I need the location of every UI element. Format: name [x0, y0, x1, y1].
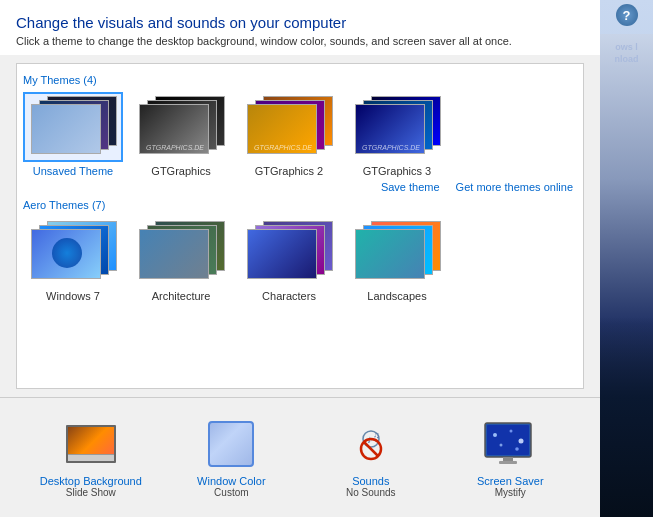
svg-point-10	[500, 444, 503, 447]
bottom-item-screen-saver[interactable]: Screen Saver Mystify	[460, 417, 560, 498]
theme-name-aero2: Architecture	[152, 290, 211, 302]
svg-point-8	[510, 430, 513, 433]
theme-name-aero3: Characters	[262, 290, 316, 302]
main-panel: Change the visuals and sounds on your co…	[0, 0, 600, 517]
window-label-top: ows l	[600, 42, 653, 52]
save-theme-link[interactable]: Save theme	[381, 181, 440, 193]
desktop-bg-icon	[64, 417, 118, 471]
theme-gtg3[interactable]: GTGRAPHICS.DE GTGraphics 3	[347, 92, 447, 177]
sounds-svg: ♪ ♫	[348, 421, 394, 467]
aero-themes-row: Windows 7 Architecture	[23, 217, 577, 302]
theme-thumb-gtg3[interactable]: GTGRAPHICS.DE	[347, 92, 447, 162]
brand-gtg1: GTGRAPHICS.DE	[146, 144, 204, 151]
theme-aero3[interactable]: Characters	[239, 217, 339, 302]
theme-thumb-aero4[interactable]	[347, 217, 447, 287]
theme-name-unsaved: Unsaved Theme	[33, 165, 114, 177]
theme-gtg2[interactable]: GTGRAPHICS.DE GTGraphics 2	[239, 92, 339, 177]
window-color-icon	[204, 417, 258, 471]
brand-gtg3: GTGRAPHICS.DE	[362, 144, 420, 151]
my-themes-row: Unsaved Theme GTGRAPHICS.DE GTGraphics	[23, 92, 577, 177]
right-panel-bg: ows l nload	[600, 34, 653, 517]
header: Change the visuals and sounds on your co…	[0, 0, 600, 55]
theme-thumb-aero3[interactable]	[239, 217, 339, 287]
bottom-item-desktop-bg[interactable]: Desktop Background Slide Show	[40, 417, 142, 498]
sounds-label: Sounds	[352, 475, 389, 487]
svg-rect-13	[499, 461, 517, 464]
theme-thumb-unsaved[interactable]	[23, 92, 123, 162]
screen-saver-sublabel: Mystify	[495, 487, 526, 498]
theme-name-aero1: Windows 7	[46, 290, 100, 302]
brand-gtg2: GTGRAPHICS.DE	[254, 144, 312, 151]
page-subtitle: Click a theme to change the desktop back…	[16, 35, 584, 47]
theme-thumb-gtg2[interactable]: GTGRAPHICS.DE	[239, 92, 339, 162]
help-button[interactable]: ?	[616, 4, 638, 26]
window-color-label: Window Color	[197, 475, 265, 487]
theme-thumb-aero1[interactable]	[23, 217, 123, 287]
right-panel-gradient	[600, 317, 653, 517]
svg-point-7	[493, 433, 497, 437]
themes-area: My Themes (4) Unsaved Theme	[16, 63, 584, 389]
theme-unsaved[interactable]: Unsaved Theme	[23, 92, 123, 177]
theme-name-gtg3: GTGraphics 3	[363, 165, 431, 177]
theme-thumb-gtg1[interactable]: GTGRAPHICS.DE	[131, 92, 231, 162]
sounds-sublabel: No Sounds	[346, 487, 395, 498]
theme-name-gtg2: GTGraphics 2	[255, 165, 323, 177]
theme-name-aero4: Landscapes	[367, 290, 426, 302]
theme-thumb-aero2[interactable]	[131, 217, 231, 287]
bottom-item-window-color[interactable]: Window Color Custom	[181, 417, 281, 498]
theme-gtg1[interactable]: GTGRAPHICS.DE GTGraphics	[131, 92, 231, 177]
aero-themes-label: Aero Themes (7)	[23, 199, 577, 211]
sounds-icon: ♪ ♫	[344, 417, 398, 471]
screensaver-svg	[483, 421, 537, 467]
right-panel: ? ows l nload	[600, 0, 653, 517]
window-color-sublabel: Custom	[214, 487, 248, 498]
theme-aero1[interactable]: Windows 7	[23, 217, 123, 302]
theme-aero4[interactable]: Landscapes	[347, 217, 447, 302]
actions-row: Save theme Get more themes online	[27, 181, 573, 193]
desktop-bg-label: Desktop Background	[40, 475, 142, 487]
desktop-bg-sublabel: Slide Show	[66, 487, 116, 498]
screen-saver-label: Screen Saver	[477, 475, 544, 487]
theme-name-gtg1: GTGraphics	[151, 165, 210, 177]
my-themes-label: My Themes (4)	[23, 74, 577, 86]
get-more-link[interactable]: Get more themes online	[456, 181, 573, 193]
svg-point-11	[515, 447, 519, 451]
theme-aero2[interactable]: Architecture	[131, 217, 231, 302]
window-label-bottom: nload	[600, 54, 653, 64]
bottom-item-sounds[interactable]: ♪ ♫ Sounds No Sounds	[321, 417, 421, 498]
screen-saver-icon	[483, 417, 537, 471]
svg-point-9	[519, 439, 524, 444]
svg-rect-12	[503, 457, 513, 461]
bottom-bar: Desktop Background Slide Show Window Col…	[0, 397, 600, 517]
page-title: Change the visuals and sounds on your co…	[16, 14, 584, 31]
